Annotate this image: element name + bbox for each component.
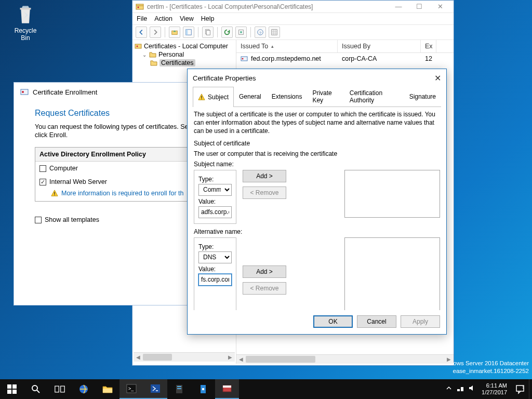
tree-scrollbar[interactable]: ◀ ▶ [134, 352, 235, 362]
taskbar-certlm[interactable] [215, 379, 239, 399]
alt-names-listbox[interactable] [344, 237, 440, 310]
tab-signature[interactable]: Signature [404, 86, 441, 107]
subject-type-select[interactable]: Common name [198, 184, 232, 196]
tray-network-icon[interactable] [457, 384, 464, 394]
svg-rect-39 [223, 385, 231, 388]
help-button[interactable]: ? [255, 26, 266, 38]
close-button[interactable]: ✕ [430, 1, 450, 13]
warning-icon [198, 94, 205, 101]
tab-cert-authority[interactable]: Certification Authority [344, 86, 404, 107]
tray-volume-icon[interactable] [468, 384, 475, 394]
computer-checkbox[interactable] [39, 165, 46, 172]
iws-checkbox[interactable] [39, 179, 46, 185]
scroll-left-icon[interactable]: ◀ [134, 353, 143, 362]
menu-view[interactable]: View [180, 15, 194, 22]
notifications-button[interactable]: 1 [511, 379, 529, 399]
menu-action[interactable]: Action [154, 15, 172, 22]
taskbar-explorer[interactable] [96, 379, 119, 399]
tab-extensions[interactable]: Extensions [267, 86, 308, 107]
system-tray[interactable] [445, 384, 477, 394]
minimize-button[interactable]: — [388, 1, 409, 13]
folder-icon [150, 59, 157, 66]
search-button[interactable] [24, 379, 48, 399]
svg-point-25 [32, 385, 37, 391]
start-button[interactable] [0, 379, 24, 399]
list-scrollbar[interactable]: ◀ ▶ [236, 354, 454, 364]
tree-root[interactable]: Certificates - Local Computer [134, 42, 235, 50]
properties-button[interactable] [269, 26, 280, 38]
alt-add-button[interactable]: Add > [243, 265, 286, 278]
alt-value-label: Value: [198, 265, 232, 273]
tree-collapse-icon[interactable]: ⌄ [142, 52, 147, 58]
col-expiration[interactable]: Ex [421, 40, 436, 52]
taskbar-ie[interactable] [72, 379, 96, 399]
alt-remove-button[interactable]: < Remove [243, 282, 286, 295]
menu-help[interactable]: Help [201, 15, 215, 22]
close-button[interactable]: ✕ [434, 73, 441, 83]
tab-subject[interactable]: Subject [193, 87, 234, 107]
tray-up-icon[interactable] [445, 384, 453, 394]
show-all-checkbox[interactable] [35, 217, 42, 223]
taskbar-cmd[interactable]: >_ [119, 379, 143, 399]
svg-rect-17 [54, 192, 55, 194]
apply-button[interactable]: Apply [401, 315, 440, 328]
svg-rect-19 [201, 96, 202, 98]
scroll-left-icon[interactable]: ◀ [236, 355, 246, 364]
svg-text:1: 1 [522, 385, 524, 389]
policy-computer-label: Computer [49, 165, 78, 172]
col-issued-to[interactable]: Issued To▴ [236, 40, 338, 52]
tree-personal[interactable]: ⌄ Personal [141, 50, 235, 59]
alt-name-group: Type: DNS Value: [194, 237, 236, 310]
subject-names-listbox[interactable] [344, 170, 440, 218]
menu-file[interactable]: File [137, 15, 147, 22]
forward-button[interactable] [150, 26, 161, 38]
col-issued-by[interactable]: Issued By [338, 40, 421, 52]
svg-rect-10 [272, 30, 277, 35]
subject-name-group: Type: Common name Value: [194, 170, 236, 224]
cell-issued-to: fed.corp.mstepdemo.net [251, 55, 321, 62]
certlm-titlebar[interactable]: certlm - [Certificates - Local Computer\… [132, 1, 454, 13]
taskbar-powershell[interactable] [143, 379, 167, 399]
svg-rect-26 [55, 386, 59, 392]
show-desktop-button[interactable] [529, 379, 532, 399]
show-hide-tree-button[interactable] [183, 26, 194, 38]
desktop-recycle-bin-label: Recycle Bin [9, 27, 42, 42]
maximize-button[interactable]: ☐ [409, 1, 430, 13]
tab-general[interactable]: General [234, 86, 267, 107]
alt-type-select[interactable]: DNS [198, 251, 232, 263]
task-view-button[interactable] [48, 379, 72, 399]
svg-rect-34 [177, 386, 181, 387]
scroll-right-icon[interactable]: ▶ [225, 353, 235, 362]
certlm-title: certlm - [Certificates - Local Computer\… [147, 3, 388, 10]
subject-add-button[interactable]: Add > [243, 170, 286, 182]
refresh-button[interactable] [221, 26, 233, 38]
taskbar-server-manager[interactable] [167, 379, 191, 399]
svg-point-14 [242, 58, 244, 60]
ok-button[interactable]: OK [313, 315, 353, 328]
table-row[interactable]: fed.corp.mstepdemo.net corp-CA-CA 12 [236, 53, 454, 64]
recycle-bin-icon [15, 4, 36, 26]
copy-button[interactable] [202, 26, 214, 38]
taskbar-clock[interactable]: 6:11 AM 1/27/2017 [477, 382, 511, 395]
back-button[interactable] [136, 26, 147, 38]
cancel-button[interactable]: Cancel [357, 315, 396, 328]
subject-value-input[interactable] [198, 206, 232, 218]
taskbar-app-blue[interactable] [191, 379, 215, 399]
tab-private-key[interactable]: Private Key [307, 86, 344, 107]
svg-text:?: ? [259, 31, 262, 35]
svg-rect-22 [12, 384, 17, 389]
svg-rect-40 [457, 389, 460, 391]
svg-rect-20 [201, 99, 202, 99]
svg-rect-18 [54, 195, 55, 195]
props-tabs: Subject General Extensions Private Key C… [188, 86, 446, 107]
tree-certificates[interactable]: Certificates [149, 59, 235, 67]
scroll-right-icon[interactable]: ▶ [444, 355, 454, 364]
alt-type-label: Type: [198, 243, 232, 250]
svg-rect-4 [186, 30, 188, 35]
export-button[interactable] [235, 26, 247, 38]
up-folder-button[interactable] [169, 26, 180, 38]
desktop-recycle-bin[interactable]: Recycle Bin [9, 4, 42, 42]
subject-remove-button[interactable]: < Remove [243, 187, 286, 199]
svg-rect-0 [136, 4, 143, 9]
alt-value-input[interactable] [198, 274, 232, 286]
